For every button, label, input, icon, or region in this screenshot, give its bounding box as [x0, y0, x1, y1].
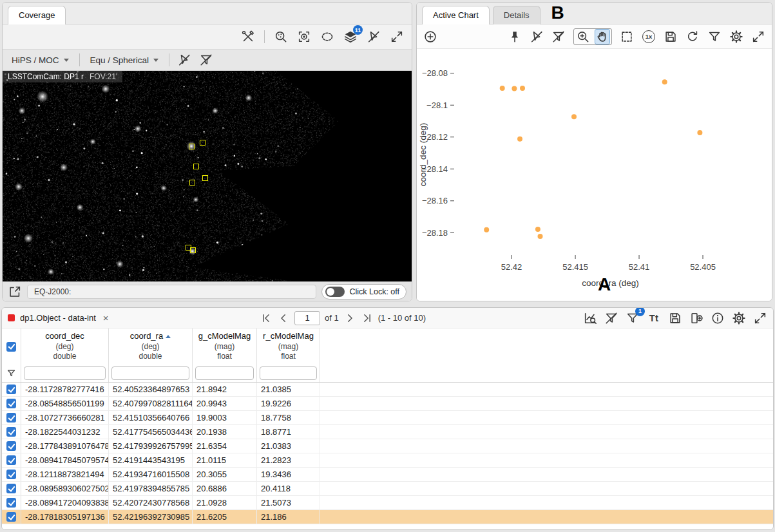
column-header-coord_ra[interactable]: coord_ra(deg)double [109, 328, 193, 365]
cell-coord_dec: -28.10727736660281 [21, 411, 109, 424]
prev-page-icon[interactable] [277, 312, 290, 325]
ellipse-select-icon[interactable] [320, 30, 334, 44]
scatter-point[interactable] [697, 130, 702, 135]
table-row[interactable]: -28.08941720409383852.4207243077856821.0… [2, 496, 773, 510]
column-filter-input-r_cModelMag[interactable] [260, 366, 317, 380]
table-row[interactable]: -28.08941784507957452.419144354319521.01… [2, 453, 773, 468]
unselect-icon[interactable] [367, 30, 381, 44]
table-toolbar: 1 Tt [583, 311, 767, 325]
table-title-group: dp1.Object - data-int × [8, 313, 109, 323]
color-select-icon[interactable] [274, 30, 288, 44]
next-page-icon[interactable] [343, 312, 356, 325]
row-checkbox[interactable] [6, 484, 16, 493]
gear-icon[interactable] [732, 311, 746, 325]
last-page-icon[interactable] [361, 312, 374, 325]
clear-filter-icon[interactable] [604, 311, 618, 325]
info-icon[interactable] [711, 311, 725, 325]
source-marker[interactable] [200, 140, 206, 146]
projection-dropdown[interactable]: Equ / Spherical [88, 53, 162, 68]
zoom-in-icon[interactable] [576, 30, 590, 44]
expand-icon[interactable] [751, 30, 765, 44]
clear-filter-icon[interactable] [199, 53, 213, 67]
unselect-icon[interactable] [177, 53, 191, 67]
save-icon[interactable] [668, 311, 682, 325]
column-header-coord_dec[interactable]: coord_dec(deg)double [21, 328, 109, 365]
row-checkbox[interactable] [6, 385, 16, 394]
source-marker[interactable] [193, 164, 199, 169]
row-checkbox[interactable] [6, 498, 16, 508]
table-row[interactable]: -28.1072773666028152.4151035664076619.90… [2, 411, 773, 425]
tools-icon[interactable] [241, 30, 255, 44]
table-row[interactable]: -28.08958930602750252.4197839485578520.6… [2, 482, 773, 496]
source-marker[interactable] [189, 180, 195, 185]
popout-icon[interactable] [8, 285, 22, 299]
add-chart-icon[interactable] [423, 30, 437, 44]
box-select-icon[interactable] [620, 30, 634, 44]
zoom-reset-icon[interactable]: 1x [642, 30, 656, 44]
filter-icon[interactable]: 1 [626, 311, 640, 325]
column-filter-input-coord_ra[interactable] [111, 366, 189, 380]
save-icon[interactable] [664, 30, 678, 44]
row-checkbox[interactable] [6, 470, 16, 479]
scatter-point[interactable] [662, 79, 667, 84]
table-row[interactable]: -28.17784389107647852.41793992675799521.… [2, 439, 773, 453]
pin-icon[interactable] [508, 30, 522, 44]
source-marker[interactable] [189, 144, 195, 149]
gear-icon[interactable] [729, 30, 743, 44]
scatter-point[interactable] [512, 86, 517, 91]
column-header-r_cModelMag[interactable]: r_cModelMag(mag)float [257, 328, 320, 365]
scatter-point[interactable] [520, 86, 525, 91]
hips-moc-dropdown[interactable]: HiPS / MOC [9, 53, 72, 68]
scatter-point[interactable] [535, 227, 541, 232]
source-marker[interactable] [202, 175, 208, 181]
column-header-g_cModelMag[interactable]: g_cModelMag(mag)float [193, 328, 257, 365]
scatter-point[interactable] [517, 137, 522, 142]
coordinate-readout: EQ-J2000: [27, 285, 316, 299]
row-checkbox[interactable] [6, 455, 16, 465]
sky-image-viewer[interactable]: LSSTComCam: DP1 r FOV:21' [3, 71, 412, 281]
source-marker[interactable] [190, 247, 196, 253]
unselect-icon[interactable] [530, 30, 544, 44]
text-view-icon[interactable]: Tt [647, 311, 661, 325]
table-row[interactable]: -28.1781830519713652.4219639273098521.62… [2, 510, 773, 524]
filter-funnel-icon[interactable] [2, 365, 21, 382]
table-row[interactable]: -28.0854885650119952.40799708281116420.9… [2, 397, 773, 411]
scatter-point[interactable] [500, 86, 505, 91]
first-page-icon[interactable] [260, 312, 273, 325]
table-row[interactable]: -28.1211887382149452.4193471601550820.30… [2, 468, 773, 482]
tab-active-chart[interactable]: Active Chart [422, 6, 490, 24]
column-filter-input-g_cModelMag[interactable] [195, 366, 254, 380]
click-lock-toggle[interactable]: Click Lock: off [321, 284, 407, 299]
page-number-input[interactable] [294, 311, 320, 325]
row-checkbox[interactable] [6, 441, 16, 451]
expand-icon[interactable] [390, 30, 404, 44]
clear-filter-icon[interactable] [551, 30, 566, 44]
layers-icon[interactable]: 11 [343, 30, 358, 44]
expand-icon[interactable] [753, 311, 767, 325]
pan-hand-icon[interactable] [595, 30, 609, 44]
scatter-chart[interactable]: 52.4252.41552.4152.405−28.08−28.1−28.12−… [417, 49, 770, 295]
cell-r_cModelMag: 21.186 [257, 510, 320, 524]
row-checkbox[interactable] [6, 427, 16, 437]
scatter-point[interactable] [484, 227, 489, 233]
select-all-checkbox[interactable] [6, 342, 16, 352]
row-filler [320, 468, 773, 481]
table-row[interactable]: -28.182254403123252.41775456503443620.19… [2, 425, 773, 439]
toggle-switch-icon[interactable] [325, 287, 345, 297]
recenter-target-icon[interactable] [297, 30, 311, 44]
table-row[interactable]: -28.1172878277741652.4052336489765321.89… [2, 383, 773, 397]
add-column-icon[interactable] [689, 311, 703, 325]
row-checkbox[interactable] [6, 413, 16, 423]
row-checkbox[interactable] [6, 512, 16, 522]
tab-details[interactable]: Details [493, 6, 541, 24]
chart-plot-area[interactable]: 52.4252.41552.4152.405−28.08−28.1−28.12−… [417, 49, 772, 301]
row-checkbox[interactable] [6, 399, 16, 408]
scatter-point[interactable] [538, 234, 543, 239]
column-filter-input-coord_dec[interactable] [24, 366, 106, 380]
scatter-point[interactable] [571, 114, 577, 119]
refresh-icon[interactable] [685, 30, 700, 44]
chart-view-icon[interactable] [583, 311, 597, 325]
tab-coverage[interactable]: Coverage [8, 6, 66, 24]
close-icon[interactable]: × [103, 313, 109, 323]
filter-icon[interactable] [707, 30, 722, 44]
